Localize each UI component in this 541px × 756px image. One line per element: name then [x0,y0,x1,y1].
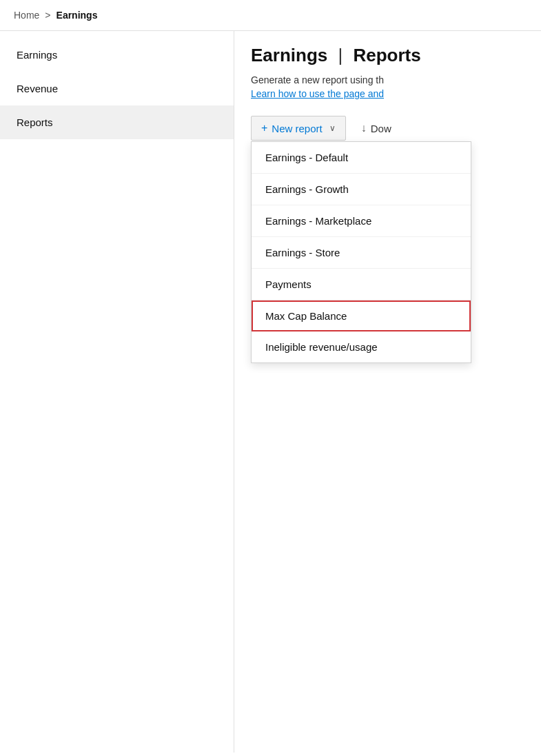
breadcrumb-current: Earnings [57,10,98,21]
breadcrumb-home[interactable]: Home [14,10,39,21]
dropdown-item-ineligible-revenue[interactable]: Ineligible revenue/usage [252,331,471,362]
content-area: Earnings | Reports Generate a new report… [234,31,541,753]
page-title-prefix: Earnings [251,45,327,65]
page-title-pipe: | [333,45,347,65]
download-label: Dow [371,123,391,134]
description-text: Generate a new report using th [251,74,524,85]
sidebar-item-revenue[interactable]: Revenue [0,72,234,105]
plus-icon: + [261,122,267,134]
page-title-suffix: Reports [353,45,420,65]
chevron-down-icon: ∨ [329,123,336,133]
sidebar-item-earnings[interactable]: Earnings [0,38,234,72]
learn-link[interactable]: Learn how to use the page and [251,88,524,99]
new-report-label: New report [272,123,322,134]
sidebar-item-reports[interactable]: Reports [0,105,234,139]
download-icon: ↓ [361,122,367,134]
dropdown-item-earnings-marketplace[interactable]: Earnings - Marketplace [252,205,471,237]
new-report-button[interactable]: + New report ∨ [251,116,346,141]
dropdown-item-max-cap-balance[interactable]: Max Cap Balance [252,300,471,331]
main-layout: Earnings Revenue Reports Earnings | Repo… [0,31,541,753]
page-title: Earnings | Reports [251,45,524,66]
dropdown-item-earnings-growth[interactable]: Earnings - Growth [252,174,471,205]
breadcrumb: Home > Earnings [0,0,541,31]
dropdown-item-earnings-default[interactable]: Earnings - Default [252,142,471,174]
sidebar: Earnings Revenue Reports [0,31,234,753]
dropdown-item-earnings-store[interactable]: Earnings - Store [252,237,471,269]
breadcrumb-separator: > [45,10,50,21]
download-button[interactable]: ↓ Dow [354,116,398,140]
dropdown-item-payments[interactable]: Payments [252,269,471,300]
dropdown-menu: Earnings - Default Earnings - Growth Ear… [251,141,471,363]
toolbar: + New report ∨ ↓ Dow [251,116,524,141]
